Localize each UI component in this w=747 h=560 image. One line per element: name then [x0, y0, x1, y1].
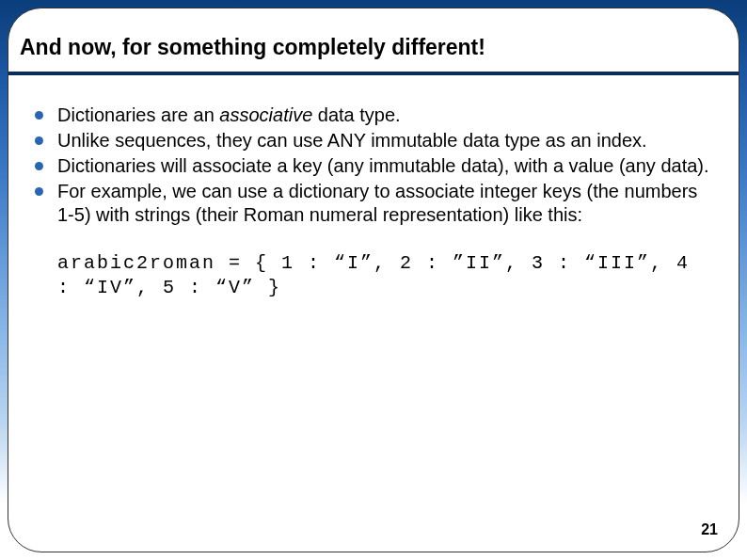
- slide-card: And now, for something completely differ…: [8, 8, 739, 552]
- list-item: Dictionaries are an associative data typ…: [31, 104, 716, 127]
- title-area: And now, for something completely differ…: [8, 8, 739, 72]
- slide-title: And now, for something completely differ…: [20, 35, 729, 60]
- bullet-text: For example, we can use a dictionary to …: [57, 181, 697, 225]
- bullet-text: Dictionaries will associate a key (any i…: [57, 155, 709, 176]
- list-item: Unlike sequences, they can use ANY immut…: [31, 129, 716, 152]
- content-area: Dictionaries are an associative data typ…: [8, 75, 739, 300]
- bullet-text: Unlike sequences, they can use ANY immut…: [57, 130, 647, 151]
- list-item: For example, we can use a dictionary to …: [31, 180, 716, 227]
- list-item: Dictionaries will associate a key (any i…: [31, 154, 716, 178]
- code-block: arabic2roman = { 1 : “I”, 2 : ”II”, 3 : …: [57, 251, 716, 300]
- bullet-text-italic: associative: [219, 104, 312, 125]
- bullet-list: Dictionaries are an associative data typ…: [31, 104, 716, 227]
- bullet-text-suffix: data type.: [312, 104, 400, 125]
- bullet-text-prefix: Dictionaries are an: [57, 104, 219, 125]
- page-number: 21: [701, 521, 718, 538]
